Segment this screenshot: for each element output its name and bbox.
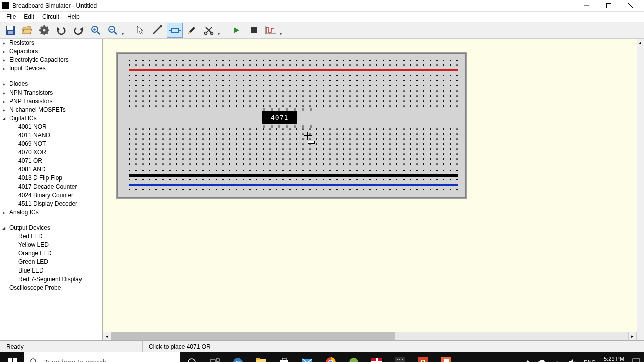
taskbar-explorer[interactable] [250, 352, 273, 362]
tie-point-row[interactable] [129, 138, 458, 140]
tree-item[interactable]: Red 7-Segment Display [0, 275, 102, 284]
scroll-thumb[interactable] [111, 332, 395, 340]
minimize-button[interactable] [576, 0, 598, 11]
taskbar-chrome[interactable] [319, 352, 342, 362]
tie-point-row[interactable] [129, 148, 458, 150]
tree-category[interactable]: Oscilloscope Probe [0, 284, 102, 292]
power-rail-positive[interactable] [129, 69, 458, 71]
scroll-left-arrow[interactable]: ◂ [103, 332, 111, 340]
menu-file[interactable]: File [2, 12, 20, 21]
tie-point-row[interactable] [129, 95, 458, 97]
scope-button[interactable] [263, 23, 279, 38]
tray-onedrive[interactable] [534, 352, 550, 362]
tie-point-row[interactable] [129, 189, 458, 191]
tree-item[interactable]: 4070 XOR [0, 148, 102, 157]
tie-point-row[interactable] [129, 85, 458, 87]
ic-chip-4071[interactable]: 4071 [262, 111, 297, 124]
canvas-area[interactable]: ▴ 4071 ◂ ▸ [103, 39, 644, 340]
save-button[interactable] [2, 23, 18, 38]
scroll-track[interactable] [111, 332, 628, 340]
tree-item[interactable]: Yellow LED [0, 241, 102, 249]
tree-category[interactable]: Analog ICs [0, 208, 102, 217]
zoom-out-button[interactable] [105, 23, 121, 38]
tree-item[interactable]: 4001 NOR [0, 123, 102, 131]
taskbar-app2[interactable] [365, 352, 388, 362]
open-button[interactable] [19, 23, 35, 38]
maximize-button[interactable] [598, 0, 620, 11]
tie-point-row[interactable] [129, 75, 458, 77]
tree-item[interactable]: 4511 Display Decoder [0, 200, 102, 208]
tie-point-row[interactable] [129, 80, 458, 82]
taskbar-ppt[interactable]: P [412, 352, 435, 362]
menu-circuit[interactable]: Circuit [38, 12, 63, 21]
tie-point-row[interactable] [129, 90, 458, 92]
undo-button[interactable] [53, 23, 69, 38]
tray-network[interactable] [550, 352, 565, 362]
wire-tool[interactable] [149, 23, 166, 38]
tray-volume[interactable] [565, 352, 580, 362]
tree-item[interactable]: Orange LED [0, 249, 102, 258]
tree-item[interactable]: 4081 AND [0, 165, 102, 174]
tree-category[interactable]: Digital ICs [0, 114, 102, 123]
start-button[interactable] [0, 352, 24, 362]
edit-tool[interactable] [184, 23, 200, 38]
tree-item[interactable]: 4011 NAND [0, 131, 102, 140]
tray-expand[interactable] [522, 352, 534, 362]
power-rail-negative[interactable] [129, 184, 458, 186]
menu-help[interactable]: Help [63, 12, 84, 21]
tree-item[interactable]: 4071 OR [0, 157, 102, 165]
tie-point-row[interactable] [129, 170, 458, 172]
task-view-button[interactable] [203, 352, 226, 362]
taskbar-app1[interactable] [342, 352, 365, 362]
taskbar-recorder[interactable] [435, 352, 458, 362]
settings-button[interactable] [36, 23, 52, 38]
power-rail-ground[interactable] [129, 174, 458, 177]
vertical-scrollbar[interactable]: ▴ [637, 39, 644, 340]
scroll-right-arrow[interactable]: ▸ [628, 332, 637, 340]
taskbar-mail[interactable] [296, 352, 319, 362]
tie-point-row[interactable] [129, 100, 458, 102]
tree-category[interactable]: Electrolytic Capacitors [0, 56, 102, 64]
breadboard[interactable]: 4071 [117, 53, 466, 198]
stop-button[interactable] [246, 23, 262, 38]
tie-point-row[interactable] [129, 128, 458, 130]
tree-item[interactable]: 4013 D Flip Flop [0, 174, 102, 183]
cut-tool[interactable] [201, 23, 217, 38]
tray-clock[interactable]: 5:29 PM 4/5/2020 [599, 352, 629, 362]
tie-point-row[interactable] [129, 64, 458, 66]
tray-notifications[interactable] [629, 352, 644, 362]
tree-category[interactable]: Input Devices [0, 64, 102, 73]
tree-item[interactable]: Blue LED [0, 266, 102, 275]
run-button[interactable] [228, 23, 245, 38]
tie-point-row[interactable] [129, 60, 458, 62]
horizontal-scrollbar[interactable]: ◂ ▸ [103, 332, 637, 340]
pointer-tool[interactable] [132, 23, 148, 38]
zoom-dropdown[interactable]: ▾ [122, 23, 126, 37]
tie-point-row[interactable] [129, 105, 458, 107]
tree-category[interactable]: Output Devices [0, 224, 102, 232]
tree-category[interactable]: Diodes [0, 80, 102, 88]
taskbar-search[interactable]: Type here to search [24, 352, 180, 362]
tree-category[interactable]: N-channel MOSFETs [0, 106, 102, 114]
tree-category[interactable]: Capacitors [0, 47, 102, 56]
close-button[interactable] [620, 0, 642, 11]
tool-dropdown[interactable]: ▾ [218, 23, 222, 37]
tree-category[interactable]: NPN Transistors [0, 88, 102, 97]
tree-item[interactable]: Red LED [0, 232, 102, 241]
scroll-up-arrow[interactable]: ▴ [637, 39, 644, 46]
taskbar-store[interactable] [273, 352, 296, 362]
tree-item[interactable]: Green LED [0, 258, 102, 266]
tie-point-row[interactable] [129, 153, 458, 155]
scope-dropdown[interactable]: ▾ [280, 23, 284, 37]
tie-point-row[interactable] [129, 163, 458, 165]
taskbar-app-current[interactable] [388, 352, 412, 362]
tree-category[interactable]: PNP Transistors [0, 97, 102, 106]
tray-language[interactable]: ENG [580, 352, 599, 362]
tie-point-row[interactable] [129, 179, 458, 181]
menu-edit[interactable]: Edit [20, 12, 38, 21]
component-tree[interactable]: ResistorsCapacitorsElectrolytic Capacito… [0, 39, 103, 340]
zoom-in-button[interactable] [88, 23, 104, 38]
tree-item[interactable]: 4024 Binary Counter [0, 191, 102, 200]
cortana-button[interactable] [180, 352, 203, 362]
tree-category[interactable]: Resistors [0, 39, 102, 47]
